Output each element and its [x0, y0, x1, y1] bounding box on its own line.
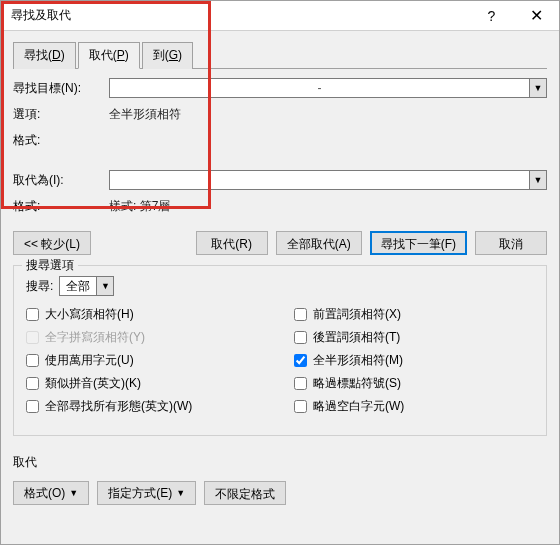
replace-combo[interactable]: ▼ — [109, 170, 547, 190]
search-options-group: 搜尋選項 搜尋: 全部 ▼ 大小寫須相符(H) 全字拼寫須相符(Y) — [13, 265, 547, 436]
special-dropdown-button[interactable]: 指定方式(E) ▼ — [97, 481, 196, 505]
find-input[interactable] — [109, 78, 529, 98]
chevron-down-icon[interactable]: ▼ — [529, 170, 547, 190]
search-direction-value: 全部 — [59, 276, 96, 296]
chk-sounds-like-box[interactable] — [26, 377, 39, 390]
find-format-label: 格式: — [13, 132, 109, 149]
chk-match-case[interactable]: 大小寫須相符(H) — [26, 306, 266, 323]
chk-suffix[interactable]: 後置詞須相符(T) — [294, 329, 534, 346]
chk-suffix-box[interactable] — [294, 331, 307, 344]
help-button[interactable]: ? — [469, 1, 514, 31]
tab-bar: 尋找(D) 取代(P) 到(G) — [13, 41, 547, 69]
options-label: 選項: — [13, 106, 109, 123]
replace-input[interactable] — [109, 170, 529, 190]
chk-width[interactable]: 全半形須相符(M) — [294, 352, 534, 369]
chk-whole-word: 全字拼寫須相符(Y) — [26, 329, 266, 346]
titlebar: 尋找及取代 ? ✕ — [1, 1, 559, 31]
chk-all-forms[interactable]: 全部尋找所有形態(英文)(W) — [26, 398, 266, 415]
tab-replace[interactable]: 取代(P) — [78, 42, 140, 69]
search-options-title: 搜尋選項 — [22, 257, 78, 274]
replace-button[interactable]: 取代(R) — [196, 231, 268, 255]
format-dropdown-button[interactable]: 格式(O) ▼ — [13, 481, 89, 505]
chk-match-case-box[interactable] — [26, 308, 39, 321]
less-button[interactable]: << 較少(L) — [13, 231, 91, 255]
chk-prefix[interactable]: 前置詞須相符(X) — [294, 306, 534, 323]
chk-width-box[interactable] — [294, 354, 307, 367]
dialog-title: 尋找及取代 — [11, 7, 469, 24]
replace-format-value: 樣式: 第7層 — [109, 198, 170, 215]
close-button[interactable]: ✕ — [514, 1, 559, 31]
chk-punct-box[interactable] — [294, 377, 307, 390]
replace-format-label: 格式: — [13, 198, 109, 215]
chevron-down-icon[interactable]: ▼ — [529, 78, 547, 98]
tab-goto[interactable]: 到(G) — [142, 42, 193, 69]
chk-wildcards-box[interactable] — [26, 354, 39, 367]
find-combo[interactable]: ▼ — [109, 78, 547, 98]
chk-wildcards[interactable]: 使用萬用字元(U) — [26, 352, 266, 369]
chk-whitespace[interactable]: 略過空白字元(W) — [294, 398, 534, 415]
options-value: 全半形須相符 — [109, 106, 181, 123]
replace-label: 取代為(I): — [13, 172, 109, 189]
chk-punct[interactable]: 略過標點符號(S) — [294, 375, 534, 392]
chevron-down-icon[interactable]: ▼ — [96, 276, 114, 296]
cancel-button[interactable]: 取消 — [475, 231, 547, 255]
button-row: << 較少(L) 取代(R) 全部取代(A) 尋找下一筆(F) 取消 — [13, 231, 547, 255]
replace-section-title: 取代 — [13, 454, 547, 471]
chk-whole-word-box — [26, 331, 39, 344]
replace-section: 取代 格式(O) ▼ 指定方式(E) ▼ 不限定格式 — [13, 454, 547, 505]
chk-sounds-like[interactable]: 類似拼音(英文)(K) — [26, 375, 266, 392]
find-label: 尋找目標(N): — [13, 80, 109, 97]
content-area: 尋找(D) 取代(P) 到(G) 尋找目標(N): ▼ 選項: 全半形須相符 格… — [1, 31, 559, 515]
find-next-button[interactable]: 尋找下一筆(F) — [370, 231, 467, 255]
search-direction-select[interactable]: 全部 ▼ — [59, 276, 114, 296]
chk-whitespace-box[interactable] — [294, 400, 307, 413]
replace-all-button[interactable]: 全部取代(A) — [276, 231, 362, 255]
chk-all-forms-box[interactable] — [26, 400, 39, 413]
chevron-down-icon: ▼ — [176, 488, 185, 498]
chevron-down-icon: ▼ — [69, 488, 78, 498]
chk-prefix-box[interactable] — [294, 308, 307, 321]
dialog-window: 尋找及取代 ? ✕ 尋找(D) 取代(P) 到(G) 尋找目標(N): ▼ 選項… — [0, 0, 560, 545]
tab-find[interactable]: 尋找(D) — [13, 42, 76, 69]
search-direction-label: 搜尋: — [26, 278, 53, 295]
no-format-button[interactable]: 不限定格式 — [204, 481, 286, 505]
